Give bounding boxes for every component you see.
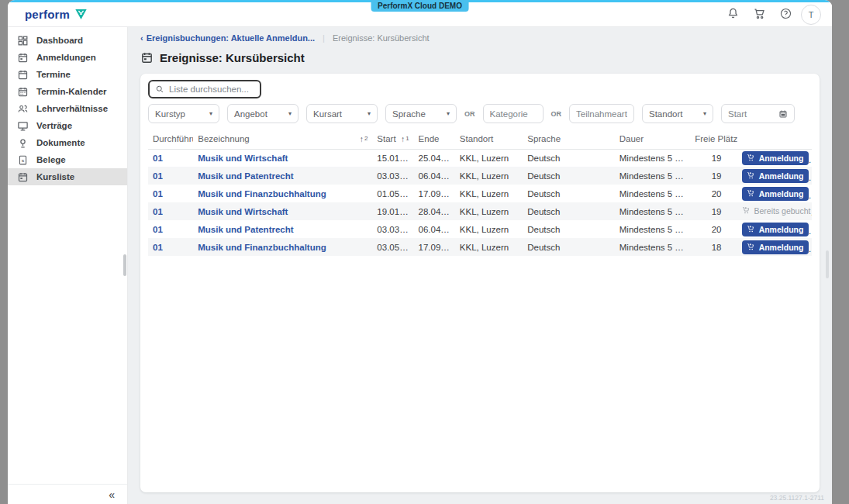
- filter-angebot-dropdown[interactable]: Angebot ▾: [227, 104, 299, 123]
- content-card: Kurstyp ▾ Angebot ▾ Kursart ▾ Sprache ▾: [140, 74, 820, 492]
- cart-button[interactable]: [748, 4, 770, 26]
- sidebar-item-termin-kalender[interactable]: Termin-Kalender: [8, 83, 127, 100]
- row-standort: KKL, Luzern: [455, 202, 523, 220]
- breadcrumb: ‹ Ereignisbuchungen: Aktuelle Anmeldun..…: [140, 33, 820, 43]
- row-start: 03.03.2027: [372, 220, 413, 238]
- filter-teilnahmearten-input[interactable]: [569, 104, 634, 123]
- add-to-cart-icon: [747, 154, 755, 162]
- row-start: 01.05.2026: [372, 185, 413, 202]
- breadcrumb-back-link[interactable]: ‹ Ereignisbuchungen: Aktuelle Anmeldun..…: [140, 33, 315, 43]
- chevron-down-icon: ▾: [288, 110, 292, 117]
- brand-name: perform: [25, 8, 70, 21]
- user-avatar[interactable]: T: [801, 5, 821, 25]
- col-bezeichnung[interactable]: Bezeichnung ↑2: [193, 129, 372, 149]
- sidebar-item-label: Termine: [36, 70, 71, 79]
- page-title-row: Ereignisse: Kursübersicht: [140, 51, 820, 64]
- sidebar-scrollbar-thumb[interactable]: [123, 254, 126, 276]
- col-actions: [737, 129, 813, 149]
- sidebar-item-belege[interactable]: sBelege: [8, 151, 127, 168]
- row-bezeichnung-link[interactable]: Musik und Patentrecht: [193, 220, 372, 238]
- or-label: OR: [464, 110, 475, 118]
- monitor-icon: [17, 120, 29, 132]
- row-dauer: Mindestens 5 Termi...: [615, 220, 690, 238]
- row-start: 19.01.2027: [372, 202, 413, 220]
- row-bezeichnung-link[interactable]: Musik und Patentrecht: [193, 167, 372, 185]
- anmeldung-button[interactable]: Anmeldung: [742, 151, 809, 165]
- sort-indicator-bezeichnung[interactable]: ↑2: [360, 134, 368, 143]
- header-actions: T: [722, 4, 821, 26]
- row-bezeichnung-link[interactable]: Musik und Wirtschaft: [193, 149, 372, 167]
- row-bezeichnung-link[interactable]: Musik und Finanzbuchhaltung: [193, 238, 372, 256]
- filter-kursart-dropdown[interactable]: Kursart ▾: [306, 104, 378, 123]
- anmeldung-button[interactable]: Anmeldung: [742, 187, 809, 201]
- add-to-cart-icon: [742, 206, 751, 215]
- row-bezeichnung-link[interactable]: Musik und Finanzbuchhaltung: [193, 185, 372, 202]
- brand-logo-icon: [74, 9, 88, 20]
- col-sprache[interactable]: Sprache: [523, 129, 615, 149]
- row-action-cell: Anmeldung: [737, 185, 813, 202]
- chevron-down-icon: ▾: [368, 110, 371, 117]
- sidebar-item-lehrverhaeltnisse[interactable]: Lehrverhältnisse: [8, 100, 127, 117]
- row-sprache: Deutsch: [523, 238, 615, 256]
- breadcrumb-separator: |: [323, 33, 325, 43]
- sidebar-collapse-button[interactable]: «: [109, 489, 115, 500]
- col-ende[interactable]: Ende: [414, 129, 455, 149]
- table-header-row: Durchführung Bezeichnung ↑2 Start: [148, 129, 812, 149]
- help-icon: [779, 7, 792, 22]
- col-durchfuehrung[interactable]: Durchführung: [148, 129, 193, 149]
- row-dauer: Mindestens 5 Termi...: [615, 238, 690, 256]
- main-scrollbar-thumb[interactable]: [826, 250, 829, 278]
- col-start[interactable]: Start ↑1: [372, 129, 413, 149]
- calendar-dot-icon: [17, 52, 29, 64]
- row-freie-plaetze: 18: [690, 238, 737, 256]
- table-row: 01Musik und Finanzbuchhaltung01.05.20261…: [148, 185, 812, 202]
- sidebar-item-termine[interactable]: Termine: [8, 66, 127, 83]
- people-icon: [17, 103, 29, 115]
- filter-kurstyp-dropdown[interactable]: Kurstyp ▾: [148, 104, 219, 123]
- row-durchfuehrung-link[interactable]: 01: [148, 149, 193, 167]
- row-durchfuehrung-link[interactable]: 01: [148, 202, 193, 220]
- filter-start-label: Start: [728, 109, 747, 119]
- row-durchfuehrung-link[interactable]: 01: [148, 167, 193, 185]
- col-standort[interactable]: Standort: [455, 129, 523, 149]
- anmeldung-button[interactable]: Anmeldung: [742, 223, 809, 236]
- sidebar-item-dashboard[interactable]: Dashboard: [8, 32, 127, 49]
- table-row: 01Musik und Patentrecht03.03.202606.04.2…: [148, 167, 812, 185]
- row-bezeichnung-link[interactable]: Musik und Wirtschaft: [193, 202, 372, 220]
- filter-start-date[interactable]: Start: [721, 104, 795, 123]
- sidebar-item-kursliste[interactable]: Kursliste: [8, 168, 127, 185]
- filter-sprache-dropdown[interactable]: Sprache ▾: [385, 104, 457, 123]
- app-window: PerformX Cloud DEMO perform: [8, 0, 832, 504]
- sort-indicator-start[interactable]: ↑1: [401, 134, 409, 143]
- table-row: 01Musik und Wirtschaft15.01.202625.04.20…: [148, 149, 812, 167]
- row-ende: 28.04.2027: [414, 202, 455, 220]
- shopping-cart-icon: [753, 7, 766, 22]
- or-label: OR: [551, 110, 562, 118]
- row-dauer: Mindestens 5 Termi...: [615, 202, 690, 220]
- anmeldung-button[interactable]: Anmeldung: [742, 240, 809, 254]
- search-input[interactable]: [169, 85, 254, 94]
- search-icon: [155, 85, 164, 94]
- help-button[interactable]: [775, 4, 796, 26]
- list-search: [148, 80, 261, 98]
- col-freie-plaetze[interactable]: Freie Plätze: [690, 129, 737, 149]
- row-durchfuehrung-link[interactable]: 01: [148, 220, 193, 238]
- filter-standort-dropdown[interactable]: Standort ▾: [642, 104, 713, 123]
- row-durchfuehrung-link[interactable]: 01: [148, 185, 193, 202]
- sidebar-item-vertraege[interactable]: Verträge: [8, 117, 127, 134]
- anmeldung-button[interactable]: Anmeldung: [742, 169, 809, 183]
- sidebar-item-dokumente[interactable]: Dokumente: [8, 134, 127, 151]
- filter-kategorie-input[interactable]: [483, 104, 544, 123]
- sidebar-item-anmeldungen[interactable]: Anmeldungen: [8, 49, 127, 66]
- row-dauer: Mindestens 5 Termi...: [615, 185, 690, 202]
- col-dauer[interactable]: Dauer: [615, 129, 690, 149]
- row-sprache: Deutsch: [523, 185, 615, 202]
- calendar-month-icon: [17, 86, 29, 98]
- row-durchfuehrung-link[interactable]: 01: [148, 238, 193, 256]
- course-table: Durchführung Bezeichnung ↑2 Start: [148, 129, 812, 256]
- row-sprache: Deutsch: [523, 202, 615, 220]
- notifications-button[interactable]: [722, 4, 744, 26]
- row-freie-plaetze: 19: [690, 202, 737, 220]
- row-sprache: Deutsch: [523, 220, 615, 238]
- brand-logo[interactable]: perform: [19, 8, 88, 21]
